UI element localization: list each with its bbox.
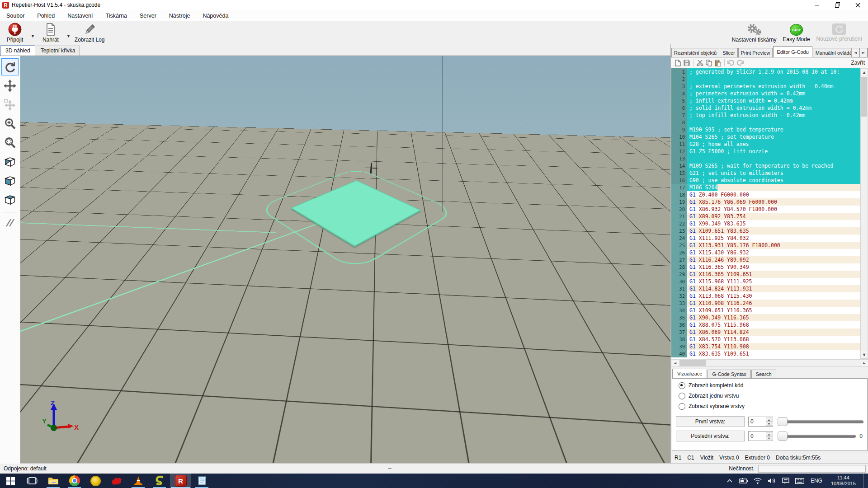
- radio-show-single-row[interactable]: Zobrazit jednu vrstvu: [679, 392, 867, 399]
- gcode-line[interactable]: 27G1 X116.246 Y89.092: [671, 256, 861, 263]
- easy-mode-button[interactable]: EASY Easy Mode: [780, 21, 813, 44]
- tab-gcode-syntax[interactable]: G-Code Syntax: [708, 370, 750, 378]
- spinner-arrows[interactable]: ▲▼: [766, 432, 772, 440]
- taskbar-chrome[interactable]: [64, 474, 85, 488]
- taskbar-slic3r[interactable]: [149, 474, 170, 488]
- tab-slicer[interactable]: Slicer: [720, 48, 738, 57]
- radio-show-range-row[interactable]: Zobrazit vybrané vrstvy: [679, 403, 867, 410]
- gcode-line[interactable]: 24G1 X111.925 Y84.032: [671, 235, 861, 242]
- radio-show-single-layer[interactable]: [679, 393, 685, 399]
- show-log-button[interactable]: Zobrazit Log: [71, 21, 108, 44]
- tab-3d-nahled[interactable]: 3D náhled: [0, 45, 35, 56]
- gcode-line[interactable]: 14M109 S265 ; wait for temperature to be…: [671, 162, 861, 169]
- top-view-button[interactable]: [1, 191, 19, 208]
- gcode-line[interactable]: 20G1 X86.932 Y84.570 F1800.000: [671, 206, 861, 213]
- battery-icon[interactable]: [739, 476, 749, 486]
- gcode-line[interactable]: 25G1 X113.931 Y85.176 F1800.000: [671, 242, 861, 249]
- gcode-line[interactable]: 22G1 X90.349 Y83.635: [671, 220, 861, 227]
- tab-scroll-right-button[interactable]: ►: [859, 48, 868, 57]
- menu-soubor[interactable]: Soubor: [0, 11, 31, 21]
- gcode-line[interactable]: 8: [671, 119, 861, 126]
- slider-thumb[interactable]: [778, 417, 788, 426]
- gcode-line[interactable]: 26G1 X115.430 Y86.932: [671, 249, 861, 256]
- taskbar-yellow-app[interactable]: [85, 474, 106, 488]
- first-layer-spinner[interactable]: 0 ▲▼: [748, 417, 773, 427]
- tab-search[interactable]: Search: [751, 370, 776, 378]
- last-layer-spinner[interactable]: 0 ▲▼: [748, 431, 773, 441]
- gcode-line[interactable]: 33G1 X110.908 Y116.246: [671, 300, 861, 307]
- undo-icon[interactable]: [726, 59, 736, 67]
- redo-icon[interactable]: [736, 59, 745, 67]
- gcode-line[interactable]: 37G1 X86.069 Y114.824: [671, 328, 861, 336]
- last-layer-button[interactable]: Poslední vrstva:: [676, 431, 745, 441]
- save-icon[interactable]: [682, 59, 691, 67]
- gcode-line[interactable]: 19G1 X85.176 Y86.069 F6000.000: [671, 198, 861, 206]
- gcode-line[interactable]: 15G21 ; set units to millimeters: [671, 169, 861, 177]
- gcode-line[interactable]: 11G28 ; home all axes: [671, 141, 861, 148]
- restore-button[interactable]: [827, 0, 848, 10]
- gcode-line[interactable]: 38G1 X84.570 Y113.068: [671, 336, 861, 343]
- new-file-icon[interactable]: [673, 59, 682, 67]
- gcode-line[interactable]: 29G1 X116.365 Y109.651: [671, 271, 861, 278]
- gcode-line[interactable]: 39G1 X83.754 Y110.908: [671, 343, 861, 350]
- language-indicator[interactable]: ENG: [809, 478, 824, 484]
- menu-napoveda[interactable]: Nápověda: [196, 11, 235, 21]
- gcode-line[interactable]: 12G1 Z5 F5000 ; lift nozzle: [671, 148, 861, 155]
- horizontal-scroll-thumb[interactable]: [679, 360, 706, 366]
- menu-nastaveni[interactable]: Nastavení: [61, 11, 99, 21]
- gcode-line[interactable]: 7; top infill extrusion width = 0.42mm: [671, 112, 861, 119]
- speaker-icon[interactable]: [767, 476, 777, 486]
- printer-settings-button[interactable]: Nastavení tiskárny: [729, 21, 780, 44]
- gcode-line[interactable]: 36G1 X88.075 Y115.968: [671, 321, 861, 328]
- gcode-line[interactable]: 23G1 X109.651 Y83.635: [671, 227, 861, 235]
- gcode-line[interactable]: 4; perimeters extrusion width = 0.42mm: [671, 90, 861, 97]
- gcode-line[interactable]: 40G1 X83.635 Y109.651: [671, 350, 861, 357]
- taskbar-clock[interactable]: 11:44 10/08/2015: [828, 475, 859, 487]
- taskbar-red-dog-app[interactable]: [106, 474, 127, 488]
- tab-print-preview[interactable]: Print Preview: [738, 48, 773, 57]
- gcode-line[interactable]: 28G1 X116.365 Y90.349: [671, 263, 861, 271]
- upload-dropdown[interactable]: ▼: [66, 34, 71, 38]
- move-object-button[interactable]: [1, 96, 19, 113]
- first-layer-slider[interactable]: [778, 417, 863, 426]
- start-button[interactable]: [0, 474, 21, 488]
- close-button[interactable]: [848, 0, 868, 10]
- minimize-button[interactable]: [807, 0, 827, 10]
- scroll-down-button[interactable]: ▼: [861, 351, 868, 358]
- parallel-projection-button[interactable]: [1, 214, 19, 231]
- move-view-button[interactable]: [1, 77, 19, 94]
- gcode-line[interactable]: 3; external perimeters extrusion width =…: [671, 83, 861, 90]
- tab-editor-gcodu[interactable]: Editor G-Codu: [773, 46, 812, 57]
- paste-icon[interactable]: [713, 59, 722, 67]
- gcode-line[interactable]: 34G1 X109.651 Y116.365: [671, 307, 861, 314]
- radio-show-complete[interactable]: [679, 382, 685, 389]
- tray-chevron-up-icon[interactable]: [725, 476, 735, 486]
- cut-icon[interactable]: [695, 59, 704, 67]
- zoom-in-button[interactable]: [1, 115, 19, 132]
- editor-vertical-scrollbar[interactable]: ▲ ▼: [860, 68, 868, 359]
- slider-thumb[interactable]: [778, 432, 788, 441]
- taskbar-repetier-host[interactable]: R: [170, 474, 191, 488]
- print-bed-scene[interactable]: X Z Y: [20, 56, 670, 464]
- tab-rozmisteni-objektu[interactable]: Rozmístění objektů: [671, 48, 719, 57]
- last-layer-slider[interactable]: [778, 432, 856, 441]
- task-view-button[interactable]: [21, 474, 42, 488]
- emergency-stop-button[interactable]: Nouzové přerušení: [813, 21, 865, 44]
- gcode-line[interactable]: 32G1 X113.068 Y115.430: [671, 292, 861, 300]
- upload-button[interactable]: Nahrát: [36, 21, 66, 44]
- copy-icon[interactable]: [704, 59, 713, 67]
- gcode-line[interactable]: 10M104 S265 ; set temperature: [671, 133, 861, 141]
- menu-server[interactable]: Server: [133, 11, 163, 21]
- editor-close-button[interactable]: Zavřít: [851, 60, 865, 66]
- gcode-line[interactable]: 6; solid infill extrusion width = 0.42mm: [671, 104, 861, 112]
- rotate-view-button[interactable]: [1, 58, 19, 75]
- scroll-right-button[interactable]: ►: [861, 360, 868, 366]
- scroll-left-button[interactable]: ◄: [671, 360, 679, 366]
- gcode-line[interactable]: 17M106 S204: [671, 184, 861, 191]
- gcode-editor[interactable]: 1; generated by Slic3r 1.2.9 on 2015-08-…: [671, 68, 861, 359]
- radio-show-complete-row[interactable]: Zobrazit kompletní kód: [679, 382, 867, 389]
- gcode-line[interactable]: 9M190 S95 ; set bed temperature: [671, 126, 861, 133]
- gcode-line[interactable]: 21G1 X89.092 Y83.754: [671, 213, 861, 220]
- gcode-line[interactable]: 31G1 X114.824 Y113.931: [671, 285, 861, 292]
- isometric-view-button[interactable]: [1, 153, 19, 170]
